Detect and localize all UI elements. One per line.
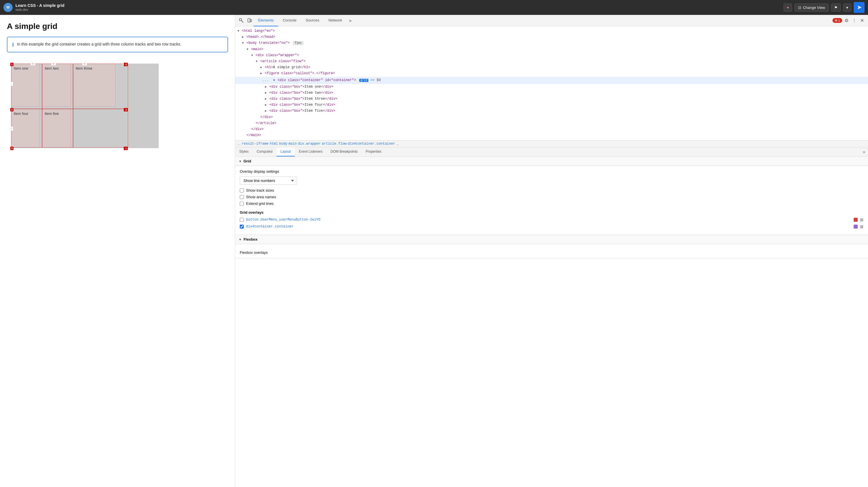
page-subtitle: web.dev	[16, 8, 64, 12]
tab-sources[interactable]: Sources	[301, 15, 324, 26]
devtools-more-button[interactable]: ⋮	[851, 17, 858, 24]
info-box: ℹ In this example the grid container cre…	[7, 37, 228, 53]
dropdown-button[interactable]: ▾	[843, 3, 851, 12]
extend-grid-lines-label[interactable]: Extend grid lines	[246, 202, 274, 206]
tab-layout[interactable]: Layout	[276, 147, 295, 156]
overlay-container-label[interactable]: div#container.container	[246, 224, 851, 229]
tab-network[interactable]: Network	[324, 15, 347, 26]
grid-item-one: Item one	[11, 64, 40, 106]
dom-line[interactable]: ▶ <div class="box">Item four</div>	[235, 102, 868, 108]
dom-line[interactable]: ▶ <div class="box">Item two</div>	[235, 90, 868, 96]
tab-properties[interactable]: Properties	[362, 147, 385, 156]
dom-line[interactable]: ▶ <div class="box">Item one</div>	[235, 84, 868, 90]
devtools-panel: Elements Console Sources Network » ⊗ 1	[235, 15, 868, 487]
flexbox-section-header[interactable]: ▼ Flexbox	[235, 235, 868, 244]
tab-dom-breakpoints[interactable]: DOM Breakpoints	[327, 147, 362, 156]
error-badge[interactable]: ⊗ 1	[833, 18, 842, 23]
article-title: A simple grid	[7, 22, 228, 31]
breadcrumb-div-container[interactable]: div#container.container	[348, 142, 395, 146]
tab-event-listeners[interactable]: Event Listeners	[295, 147, 327, 156]
change-view-button[interactable]: ⊡ Change View	[795, 3, 829, 12]
show-area-names-label[interactable]: Show area names	[246, 195, 276, 199]
grid-item-four: Item four	[11, 109, 40, 148]
overlay-usermenu-color-swatch[interactable]	[854, 218, 858, 222]
sub-tabs-more[interactable]: »	[860, 147, 868, 156]
devtools-settings-button[interactable]: ⚙	[843, 17, 850, 24]
toolbar-buttons: ♥ ⊡ Change View ⚑ ▾	[781, 3, 851, 12]
dom-line[interactable]: </article>	[235, 120, 868, 126]
bookmark-button[interactable]: ⚑	[831, 3, 841, 12]
svg-rect-30	[250, 20, 251, 22]
breadcrumb: ... result-iframe html body main div.wra…	[235, 140, 868, 147]
top-bar: W Learn CSS - A simple grid web.dev ♥ ⊡ …	[0, 0, 868, 15]
breadcrumb-div-wrapper[interactable]: div.wrapper	[298, 142, 320, 146]
grid-pos-label-2-left: 2	[10, 108, 13, 112]
breadcrumb-html[interactable]: html	[270, 142, 278, 146]
dom-line[interactable]: ▼ <div class="wrapper">	[235, 53, 868, 58]
grid-section-content: Overlay display settings Show line numbe…	[235, 166, 868, 235]
dom-line[interactable]: ▼ <main>	[235, 47, 868, 53]
overlay-display-dropdown[interactable]: Show line numbers Show track sizes Show …	[240, 177, 297, 185]
tab-elements[interactable]: Elements	[253, 15, 278, 26]
terminal-button[interactable]: ➤	[854, 2, 865, 13]
tab-console[interactable]: Console	[278, 15, 301, 26]
overlay-usermenu-label[interactable]: button.UserMenu_userMenuButton-2eiYO	[246, 218, 851, 222]
show-area-names-checkbox[interactable]	[240, 195, 244, 199]
dom-line[interactable]: ▼ <html lang="en">	[235, 28, 868, 34]
overlay-container-color-swatch[interactable]	[854, 224, 858, 229]
dom-line[interactable]: </main>	[235, 132, 868, 139]
dom-line[interactable]: ▶ <h1>A simple grid</h1>	[235, 64, 868, 70]
grid-items-container: Item one Item two Item three Item four I…	[11, 64, 128, 148]
tab-computed[interactable]: Computed	[253, 147, 276, 156]
dom-line[interactable]: ▶ <head>…</head>	[235, 34, 868, 40]
breadcrumb-article-flow[interactable]: article.flow	[322, 142, 346, 146]
main-layout: A simple grid ℹ In this example the grid…	[0, 15, 868, 487]
dom-line[interactable]: ▼ <article class="flow">	[235, 58, 868, 64]
preview-pane: A simple grid ℹ In this example the grid…	[0, 15, 235, 487]
flexbox-section-arrow: ▼	[239, 238, 242, 241]
grid-item-five: Item five	[42, 109, 71, 148]
dom-line[interactable]: ▶ <div class="box">Item three</div>	[235, 96, 868, 102]
heart-button[interactable]: ♥	[783, 3, 792, 12]
svg-rect-29	[248, 19, 250, 22]
overlay-usermenu-grid-icon[interactable]: ⊞	[860, 217, 863, 222]
flexbox-overlays-title: Flexbox overlays	[240, 250, 863, 255]
dom-selected-line[interactable]: ... ▼ <div class="container" id="contain…	[235, 77, 868, 84]
sub-tabs: Styles Computed Layout Event Listeners D…	[235, 147, 868, 157]
more-tabs-button[interactable]: »	[347, 17, 354, 24]
devtools-close-button[interactable]: ✕	[859, 17, 866, 24]
svg-line-28	[242, 21, 243, 22]
breadcrumb-main[interactable]: main	[288, 142, 297, 146]
overlay-container-grid-icon[interactable]: ⊞	[860, 224, 863, 229]
show-track-sizes-checkbox[interactable]	[240, 188, 244, 192]
dom-line[interactable]: ▶ <figure class="callout">…</figure>	[235, 70, 868, 77]
overlay-container-checkbox[interactable]	[240, 224, 244, 229]
grid-section-arrow: ▼	[239, 159, 242, 163]
overlay-item-usermenu: button.UserMenu_userMenuButton-2eiYO ⊞	[240, 217, 863, 222]
breadcrumb-dots[interactable]: ...	[238, 142, 241, 146]
breadcrumb-more[interactable]: ...	[396, 142, 399, 146]
dom-line[interactable]: ▶ <div class="box">Item five</div>	[235, 108, 868, 114]
title-group: Learn CSS - A simple grid web.dev	[16, 3, 64, 12]
devtools-tabs: Elements Console Sources Network »	[253, 15, 833, 26]
breadcrumb-result-iframe[interactable]: result-iframe	[242, 142, 269, 146]
dom-line[interactable]: </div>	[235, 114, 868, 120]
devtools-toolbar: Elements Console Sources Network » ⊗ 1	[235, 15, 868, 26]
info-icon: ℹ	[12, 41, 14, 48]
grid-section-title: Grid	[244, 159, 251, 163]
extend-grid-lines-checkbox[interactable]	[240, 202, 244, 206]
page-title-bar: Learn CSS - A simple grid	[16, 3, 64, 8]
grid-overlays-section: Grid overlays button.UserMenu_userMenuBu…	[240, 210, 863, 229]
device-tool-button[interactable]	[246, 17, 253, 24]
grid-pos-label-3-left: 3	[10, 147, 13, 150]
inspect-tool-button[interactable]	[238, 17, 246, 24]
dom-line[interactable]: </div>	[235, 126, 868, 132]
grid-section-header[interactable]: ▼ Grid	[235, 157, 868, 166]
grid-item-three: Item three	[73, 64, 116, 106]
breadcrumb-body[interactable]: body	[279, 142, 287, 146]
grid-neg-label-3-top: -3	[124, 63, 128, 66]
show-track-sizes-label[interactable]: Show track sizes	[246, 188, 274, 192]
overlay-usermenu-checkbox[interactable]	[240, 218, 244, 222]
dom-line[interactable]: ▼ <body translate="no"> flex	[235, 40, 868, 46]
tab-styles[interactable]: Styles	[235, 147, 253, 156]
